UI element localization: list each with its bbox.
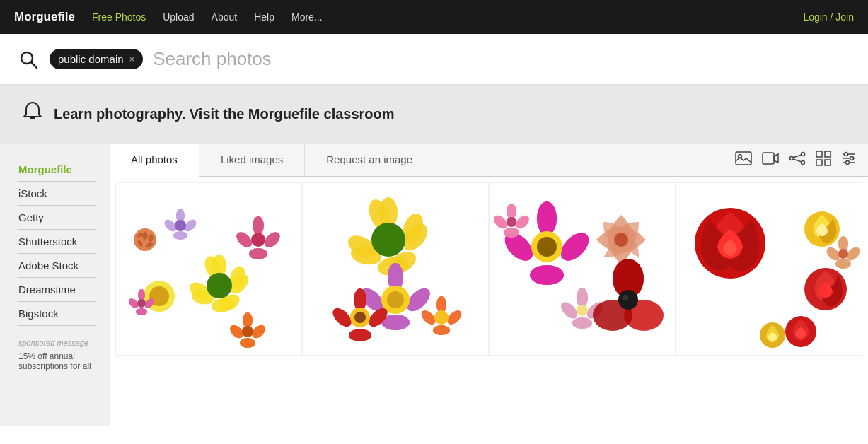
svg-point-55 <box>243 312 253 328</box>
search-bar: public domain × Search photos <box>0 34 868 85</box>
svg-point-6 <box>790 156 794 160</box>
photo-view-icon[interactable] <box>735 151 752 169</box>
tab-all-photos[interactable]: All photos <box>110 144 199 177</box>
svg-point-125 <box>530 265 564 285</box>
svg-point-59 <box>242 326 253 337</box>
photo-panel-3[interactable] <box>489 182 676 356</box>
svg-point-50 <box>251 233 265 247</box>
nav-about[interactable]: About <box>212 11 238 23</box>
svg-rect-11 <box>816 151 822 157</box>
svg-point-74 <box>138 289 145 300</box>
svg-point-8 <box>802 160 805 164</box>
svg-point-20 <box>846 160 850 164</box>
nav-more[interactable]: More... <box>291 11 323 23</box>
svg-point-76 <box>136 308 147 315</box>
tab-liked-images[interactable]: Liked images <box>199 144 305 176</box>
svg-point-46 <box>253 216 264 235</box>
svg-rect-13 <box>816 160 822 165</box>
svg-point-128 <box>537 237 557 257</box>
svg-point-138 <box>577 305 588 316</box>
tag-remove-button[interactable]: × <box>129 54 135 64</box>
promo-banner[interactable]: Learn photography. Visit the Morguefile … <box>0 85 868 144</box>
grid-view-icon[interactable] <box>816 151 831 170</box>
filter-icon[interactable] <box>841 151 857 170</box>
svg-rect-5 <box>763 153 774 164</box>
video-view-icon[interactable] <box>762 151 779 169</box>
sidebar-item-getty[interactable]: Getty <box>18 206 96 230</box>
svg-point-105 <box>349 329 371 341</box>
photo-panel-1[interactable] <box>115 182 302 356</box>
svg-point-41 <box>207 273 232 298</box>
search-tag-pill[interactable]: public domain × <box>50 49 143 69</box>
search-icon-wrap <box>17 48 40 71</box>
svg-point-167 <box>838 249 848 259</box>
tabs-icons <box>724 144 868 176</box>
top-nav: Morguefile Free Photos Upload About Help… <box>0 0 868 34</box>
photo-panel-2[interactable] <box>302 182 489 356</box>
svg-point-129 <box>614 233 628 247</box>
svg-point-78 <box>137 299 146 308</box>
svg-point-48 <box>249 248 267 259</box>
sidebar-item-morguefile[interactable]: Morguefile <box>18 158 96 182</box>
gallery-area: All photos Liked images Request an image <box>110 144 868 426</box>
search-icon <box>18 49 38 69</box>
svg-point-98 <box>387 291 404 308</box>
tab-request-image[interactable]: Request an image <box>305 144 434 176</box>
svg-point-115 <box>433 325 450 335</box>
svg-point-57 <box>240 338 255 348</box>
nav-left: Morguefile Free Photos Upload About Help… <box>14 10 323 24</box>
svg-point-143 <box>618 290 638 310</box>
nav-auth[interactable]: Login / Join <box>803 11 854 23</box>
tag-label: public domain <box>58 53 124 65</box>
photo-panel-4[interactable] <box>676 182 862 356</box>
svg-rect-3 <box>736 152 751 165</box>
nav-help[interactable]: Help <box>254 11 274 23</box>
svg-point-136 <box>572 317 592 329</box>
svg-rect-12 <box>825 151 831 157</box>
search-placeholder[interactable]: Search photos <box>153 48 272 70</box>
sidebar-item-bigstock[interactable]: Bigstock <box>18 302 96 326</box>
svg-point-7 <box>802 152 805 156</box>
sponsored-text: 15% off annual subscriptions for all <box>18 351 96 371</box>
sponsored-label: sponsored message <box>18 339 96 347</box>
svg-line-10 <box>794 159 802 162</box>
svg-point-123 <box>537 201 557 235</box>
photo-grid <box>110 177 868 361</box>
promo-text[interactable]: Learn photography. Visit the Morguefile … <box>54 106 395 122</box>
sidebar-item-adobe-stock[interactable]: Adobe Stock <box>18 254 96 278</box>
share-icon[interactable] <box>789 151 806 169</box>
svg-point-66 <box>173 231 187 240</box>
svg-point-134 <box>577 288 588 308</box>
sidebar-item-istock[interactable]: iStock <box>18 182 96 206</box>
svg-point-165 <box>835 259 851 269</box>
svg-line-9 <box>794 155 802 158</box>
sidebar-item-shutterstock[interactable]: Shutterstock <box>18 230 96 254</box>
promo-bell-icon <box>21 100 44 123</box>
sidebar-item-dreamstime[interactable]: Dreamstime <box>18 278 96 302</box>
svg-point-151 <box>504 228 519 238</box>
svg-point-149 <box>507 204 516 219</box>
svg-point-144 <box>623 295 628 300</box>
svg-line-1 <box>31 62 37 68</box>
svg-point-88 <box>371 223 405 257</box>
nav-brand[interactable]: Morguefile <box>14 10 75 24</box>
svg-point-19 <box>850 156 854 160</box>
svg-point-153 <box>507 217 516 227</box>
promo-icon <box>21 100 44 128</box>
svg-point-117 <box>434 310 449 325</box>
main-content: Morguefile iStock Getty Shutterstock Ado… <box>0 144 868 426</box>
svg-point-68 <box>175 220 186 231</box>
tabs-left: All photos Liked images Request an image <box>110 144 434 176</box>
tabs-row: All photos Liked images Request an image <box>110 144 868 177</box>
sidebar: Morguefile iStock Getty Shutterstock Ado… <box>0 144 110 426</box>
svg-point-108 <box>354 312 366 323</box>
svg-point-18 <box>845 152 848 156</box>
nav-upload[interactable]: Upload <box>163 11 194 23</box>
svg-rect-14 <box>825 160 831 165</box>
nav-free-photos[interactable]: Free Photos <box>92 11 146 23</box>
